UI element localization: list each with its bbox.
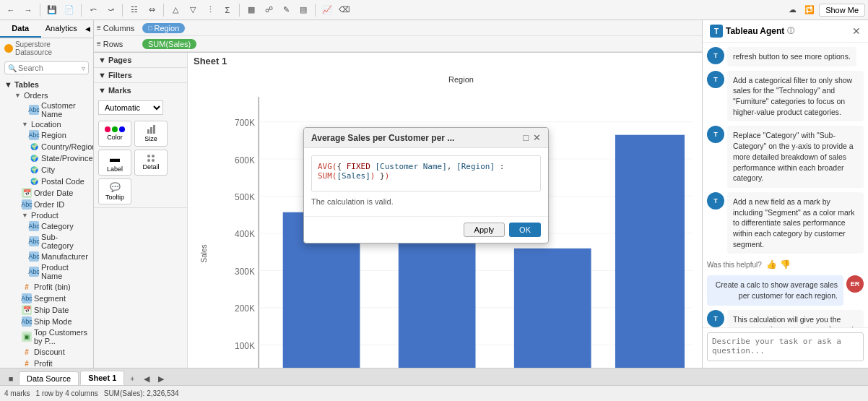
redo-button[interactable]: ⤻ [103, 2, 118, 18]
filter-icon[interactable]: ▿ [82, 64, 85, 72]
field-discount[interactable]: # Discount [0, 346, 93, 358]
rp-close-button[interactable]: ✕ [852, 25, 861, 37]
fields-scroll: ▼ Tables ▼ Orders Abc Customer Name ▼ Lo… [0, 77, 93, 368]
left-panel: Data Analytics ◀ Superstore Datasource 🔍… [0, 20, 94, 368]
location-expand-icon[interactable]: ▼ [22, 121, 29, 128]
rows-pill[interactable]: SUM(Sales) [142, 39, 196, 49]
bar-west[interactable] [615, 135, 685, 368]
cloud-icon[interactable]: ☁ [784, 2, 800, 18]
scroll-right-icon[interactable]: ▶ [155, 372, 168, 385]
columns-pill[interactable]: □ Region [142, 23, 185, 33]
field-ship-date[interactable]: 📅 Ship Date [0, 304, 93, 316]
product-expand-icon[interactable]: ▼ [22, 212, 29, 219]
marks-color-button[interactable]: Color [98, 121, 131, 147]
marks-tooltip-button[interactable]: 💬 Tooltip [98, 178, 131, 204]
add-viz-button[interactable]: ☷ [126, 2, 142, 18]
field-product[interactable]: ▼ Product [0, 210, 93, 220]
rp-row-user: ER Create a calc to show average sales p… [707, 275, 864, 305]
fit-button[interactable]: ⇔ [144, 2, 160, 18]
tables-expand-icon[interactable]: ▼ [4, 80, 12, 89]
save-button[interactable]: 💾 [44, 2, 60, 18]
field-city[interactable]: 🌍 City [0, 164, 93, 176]
field-top-customers[interactable]: ▣ Top Customers by P... [0, 327, 93, 346]
datasource-tab-icon[interactable]: ■ [4, 372, 17, 385]
marks-label-button[interactable]: ▬ Label [98, 150, 131, 176]
field-order-id[interactable]: Abc Order ID [0, 199, 93, 210]
field-profit[interactable]: # Profit [0, 358, 93, 368]
sort-desc-button[interactable]: ▽ [185, 2, 201, 18]
field-label: Region [41, 131, 66, 139]
tooltip-button[interactable]: ☍ [261, 2, 277, 18]
mark-label-button[interactable]: ▤ [295, 2, 311, 18]
modal-restore-icon[interactable]: □ [523, 132, 529, 143]
marks-size-button[interactable]: Size [134, 121, 168, 147]
field-location[interactable]: ▼ Location [0, 119, 93, 129]
field-icon-abc: Abc [22, 199, 32, 210]
field-state[interactable]: 🌍 State/Province [0, 152, 93, 164]
ok-button[interactable]: OK [509, 223, 541, 237]
field-icon-abc: Abc [29, 267, 39, 277]
search-input[interactable] [18, 64, 82, 72]
share-button[interactable]: 🔁 [802, 2, 817, 18]
field-profit-bin[interactable]: # Profit (bin) [0, 281, 93, 293]
field-label: Ship Mode [34, 317, 72, 326]
search-box[interactable]: 🔍 ▿ [4, 61, 89, 74]
calc-comma: , [447, 162, 456, 171]
highlight-button[interactable]: ▦ [243, 2, 259, 18]
chart-region-title: Region [220, 75, 702, 84]
field-customer-name[interactable]: Abc Customer Name [0, 100, 93, 119]
field-postal-code[interactable]: 🌍 Postal Code [0, 176, 93, 187]
filters-section-header[interactable]: ▼ Filters [94, 68, 187, 82]
calc-expression[interactable]: AVG({ FIXED [Customer Name], [Region] : … [311, 155, 541, 191]
add-sheet-icon[interactable]: + [126, 372, 139, 385]
field-order-date[interactable]: 📅 Order Date [0, 187, 93, 199]
modal-close-icon[interactable]: ✕ [533, 132, 541, 143]
rp-row-1: T refresh button to see more options. [707, 47, 864, 66]
show-me-button[interactable]: Show Me [819, 4, 865, 17]
tab-analytics[interactable]: Analytics [41, 20, 82, 38]
thumbs-down-1[interactable]: 👎 [780, 259, 791, 270]
sort-asc-button[interactable]: △ [168, 2, 183, 18]
field-manufacturer[interactable]: Abc Manufacturer [0, 251, 93, 262]
new-button[interactable]: 📄 [61, 2, 77, 18]
rows-icon: ≡ [97, 40, 101, 48]
field-category[interactable]: Abc Category [0, 220, 93, 232]
marks-detail-button[interactable]: Detail [134, 150, 168, 176]
bar-south[interactable] [514, 249, 591, 368]
pages-section-header[interactable]: ▼ Pages [94, 53, 187, 67]
sum-button[interactable]: Σ [220, 2, 235, 18]
undo-button[interactable]: ⤺ [85, 2, 101, 18]
field-region[interactable]: Abc Region [0, 129, 93, 141]
panel-collapse-arrow[interactable]: ◀ [82, 20, 93, 38]
marks-section-header[interactable]: ▼ Marks [94, 83, 187, 98]
annotate-button[interactable]: ✎ [278, 2, 294, 18]
columns-pill-label: Region [154, 24, 179, 33]
sheet1-tab[interactable]: Sheet 1 [80, 371, 124, 385]
forward-button[interactable]: → [20, 2, 36, 18]
pages-filters-panel: ▼ Pages ▼ Filters ▼ Marks [94, 53, 188, 368]
device-button[interactable]: ⌫ [337, 2, 352, 18]
field-ship-mode[interactable]: Abc Ship Mode [0, 316, 93, 327]
field-label: Discount [34, 348, 65, 356]
svg-text:600K: 600K [235, 155, 256, 165]
apply-button[interactable]: Apply [464, 223, 505, 237]
field-subcategory[interactable]: Abc Sub-Category [0, 232, 93, 251]
fix-axes-button[interactable]: 📈 [319, 2, 335, 18]
thumbs-up-1[interactable]: 👍 [766, 259, 777, 270]
field-segment[interactable]: Abc Segment [0, 293, 93, 304]
field-product-name[interactable]: Abc Product Name [0, 262, 93, 281]
scroll-left-icon[interactable]: ◀ [140, 372, 153, 385]
datasource-tab[interactable]: Data Source [19, 371, 79, 385]
back-button[interactable]: ← [3, 2, 19, 18]
marks-type-select[interactable]: Automatic [98, 100, 163, 115]
orders-expand-icon[interactable]: ▼ [14, 92, 22, 99]
user-avatar: ER [846, 275, 864, 293]
pages-expand-icon: ▼ [98, 56, 106, 64]
group-button[interactable]: ⋮ [202, 2, 218, 18]
orders-table-item[interactable]: ▼ Orders [0, 90, 93, 100]
tab-data[interactable]: Data [0, 20, 41, 38]
y-axis-label: Sales [200, 245, 208, 263]
field-country[interactable]: 🌍 Country/Region [0, 141, 93, 152]
rp-input-field[interactable] [707, 332, 864, 361]
calc-sum: SUM( [318, 171, 337, 181]
